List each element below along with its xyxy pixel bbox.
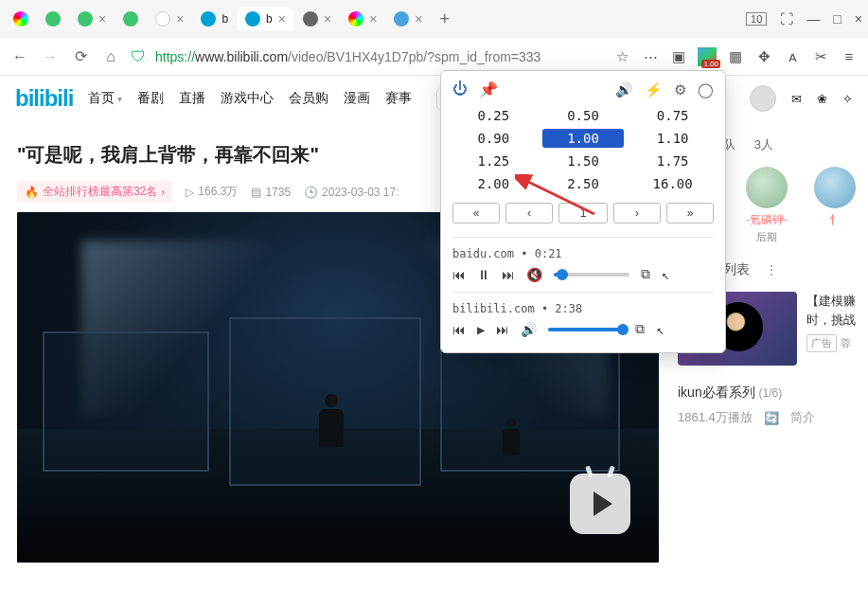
power-icon[interactable]: ⏻ bbox=[452, 80, 468, 98]
play-icon[interactable]: ▶ bbox=[477, 322, 485, 337]
speed-0.75[interactable]: 0.75 bbox=[631, 106, 714, 125]
tab-9[interactable]: × bbox=[341, 8, 384, 30]
pause-icon[interactable]: ⏸ bbox=[477, 267, 490, 282]
gear-icon[interactable]: ⚙ bbox=[674, 81, 686, 98]
pin-icon[interactable]: 📌 bbox=[479, 80, 498, 98]
prev-icon[interactable]: ⏮ bbox=[452, 322, 466, 337]
next-icon[interactable]: ⏭ bbox=[502, 267, 515, 282]
forward-button[interactable]: › bbox=[613, 203, 661, 224]
nav-home[interactable]: 首页 bbox=[88, 90, 122, 107]
close-window-button[interactable]: × bbox=[855, 11, 862, 27]
volume-icon[interactable]: 🔇 bbox=[526, 267, 542, 282]
message-icon[interactable]: ✉ bbox=[791, 92, 802, 106]
cursor-icon[interactable]: ↖ bbox=[662, 267, 669, 282]
views-stat: ▷ 166.3万 bbox=[186, 184, 238, 200]
security-shield-icon[interactable]: 🛡 bbox=[131, 48, 146, 65]
next-icon[interactable]: ⏭ bbox=[496, 322, 509, 337]
bilibili-logo[interactable]: bilibili bbox=[15, 85, 73, 112]
speed-1.75[interactable]: 1.75 bbox=[631, 152, 714, 170]
media-label: baidu.com • 0:21 bbox=[452, 247, 714, 260]
tab-2[interactable] bbox=[38, 8, 68, 30]
tab-3[interactable]: × bbox=[70, 8, 114, 30]
speed-2.00[interactable]: 2.00 bbox=[452, 174, 535, 193]
volume-slider[interactable] bbox=[554, 273, 629, 277]
rank-badge[interactable]: 全站排行榜最高第32名 bbox=[17, 181, 172, 203]
forward-button[interactable]: → bbox=[40, 46, 61, 67]
minimize-button[interactable]: — bbox=[806, 11, 820, 27]
tab-1[interactable] bbox=[6, 8, 36, 30]
sound-icon[interactable]: 🔊 bbox=[615, 81, 633, 98]
favorite-icon[interactable]: ☆ bbox=[612, 48, 631, 65]
browser-titlebar: × × b b× × × × + 10 ⛶ — □ × bbox=[0, 0, 868, 38]
nav-game[interactable]: 游戏中心 bbox=[221, 90, 274, 107]
volume-slider[interactable] bbox=[548, 328, 624, 331]
tab-10[interactable]: × bbox=[386, 8, 430, 30]
more-icon[interactable]: ⋮ bbox=[765, 262, 778, 277]
favorites-icon[interactable]: ✧ bbox=[842, 92, 853, 106]
danmu-stat: ▤ 1735 bbox=[251, 186, 291, 199]
speed-extension-icon[interactable]: 1.00 bbox=[698, 47, 717, 66]
screenshot-icon[interactable]: ✂ bbox=[811, 48, 830, 65]
forward-fast-button[interactable]: » bbox=[666, 203, 714, 224]
speed-1.10[interactable]: 1.10 bbox=[631, 129, 714, 148]
close-icon[interactable]: × bbox=[176, 11, 184, 27]
home-button[interactable]: ⌂ bbox=[100, 46, 121, 67]
date-stat: 🕒 2023-03-03 17: bbox=[304, 186, 399, 199]
apps-grid-icon[interactable]: ▦ bbox=[726, 48, 745, 65]
nav-manga[interactable]: 漫画 bbox=[344, 90, 370, 107]
tab-active[interactable]: b× bbox=[238, 8, 293, 30]
user-avatar[interactable] bbox=[750, 85, 776, 112]
pip-icon[interactable]: ⧉ bbox=[641, 266, 650, 282]
rewind-button[interactable]: ‹ bbox=[505, 203, 553, 224]
step-controls: « ‹ 1 › » bbox=[452, 203, 714, 224]
speed-2.50[interactable]: 2.50 bbox=[542, 174, 625, 193]
nav-live[interactable]: 直播 bbox=[179, 90, 205, 107]
github-icon[interactable]: ◯ bbox=[698, 81, 714, 98]
media-entry: baidu.com • 0:21 ⏮ ⏸ ⏭ 🔇 ⧉ ↖ bbox=[452, 247, 714, 282]
speed-16.00[interactable]: 16.00 bbox=[631, 174, 714, 193]
recommendation[interactable]: ikun必看系列 (1/6) 1861.4万播放 🔄 简介 bbox=[678, 384, 856, 426]
speed-0.50[interactable]: 0.50 bbox=[542, 106, 625, 125]
translate-icon[interactable]: ᴀ bbox=[783, 48, 802, 65]
close-icon[interactable]: × bbox=[324, 11, 331, 27]
close-icon[interactable]: × bbox=[278, 11, 286, 27]
tab-count-badge[interactable]: 10 bbox=[746, 12, 767, 26]
extensions-icon[interactable]: ✥ bbox=[754, 48, 773, 65]
prev-icon[interactable]: ⏮ bbox=[452, 267, 466, 282]
close-icon[interactable]: × bbox=[98, 11, 106, 27]
nav-vip[interactable]: 会员购 bbox=[289, 90, 328, 107]
more-icon[interactable]: ⋯ bbox=[641, 48, 660, 65]
avatar[interactable]: 忄 bbox=[814, 167, 856, 244]
workspace-icon[interactable]: ⛶ bbox=[780, 11, 793, 27]
avatar[interactable]: -氪磷钾-后期 bbox=[746, 167, 788, 244]
speed-0.90[interactable]: 0.90 bbox=[452, 129, 535, 148]
nav-bangumi[interactable]: 番剧 bbox=[137, 90, 164, 107]
speed-0.25[interactable]: 0.25 bbox=[452, 106, 535, 125]
nav-match[interactable]: 赛事 bbox=[385, 90, 412, 107]
reader-icon[interactable]: ▣ bbox=[669, 48, 688, 65]
cursor-icon[interactable]: ↖ bbox=[656, 322, 664, 337]
close-icon[interactable]: × bbox=[369, 11, 377, 27]
reload-button[interactable]: ⟳ bbox=[70, 46, 91, 67]
new-tab-button[interactable]: + bbox=[433, 9, 458, 29]
bolt-icon[interactable]: ⚡ bbox=[645, 81, 663, 98]
volume-icon[interactable]: 🔊 bbox=[521, 322, 537, 337]
tab-5[interactable]: × bbox=[148, 8, 191, 30]
play-button[interactable] bbox=[570, 474, 630, 534]
url-field[interactable]: https://www.bilibili.com/video/BV1HX4y1D… bbox=[155, 49, 603, 64]
tab-4[interactable] bbox=[115, 8, 146, 30]
speed-1.25[interactable]: 1.25 bbox=[452, 152, 535, 170]
tab-6[interactable]: b bbox=[193, 8, 236, 30]
pip-icon[interactable]: ⧉ bbox=[635, 321, 645, 337]
maximize-button[interactable]: □ bbox=[833, 11, 841, 27]
speed-1.00[interactable]: 1.00 bbox=[542, 129, 625, 148]
rewind-fast-button[interactable]: « bbox=[452, 203, 500, 224]
dynamic-icon[interactable]: ❀ bbox=[817, 92, 827, 106]
close-icon[interactable]: × bbox=[415, 11, 422, 27]
media-entry: bilibili.com • 2:38 ⏮ ▶ ⏭ 🔊 ⧉ ↖ bbox=[452, 302, 714, 337]
speed-1.50[interactable]: 1.50 bbox=[542, 152, 625, 170]
menu-icon[interactable]: ≡ bbox=[840, 48, 859, 64]
back-button[interactable]: ← bbox=[9, 46, 30, 67]
tab-8[interactable]: × bbox=[295, 8, 339, 30]
step-value[interactable]: 1 bbox=[558, 203, 608, 224]
